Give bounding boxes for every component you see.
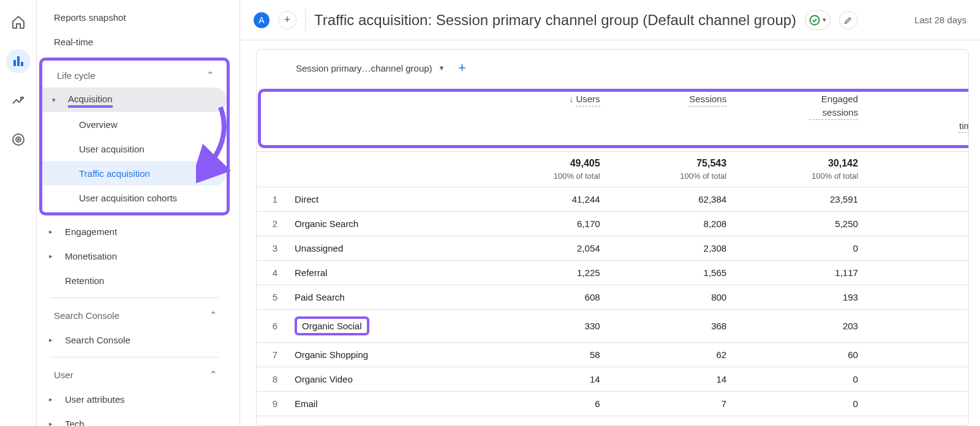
check-icon: [808, 13, 821, 27]
row-dimension: Referral: [286, 261, 482, 285]
sidebar-engagement[interactable]: ▸Engagement: [39, 219, 230, 244]
cell-avg: 6s: [867, 187, 968, 212]
advertising-icon[interactable]: [6, 127, 31, 152]
caret-right-icon: ▸: [49, 252, 53, 260]
user-avatar[interactable]: A: [254, 12, 270, 28]
sidebar-tech[interactable]: ▸Tech: [39, 411, 230, 426]
svg-rect-1: [17, 56, 20, 66]
caret-right-icon: ▸: [49, 420, 53, 427]
cell-sessions: 7: [609, 392, 736, 416]
cell-sessions: 62,384: [609, 187, 736, 212]
sidebar-retention[interactable]: Retention: [39, 268, 230, 293]
totals-row: 49,405100% of total 75,543100% of total …: [257, 152, 968, 187]
cell-sessions: 1,565: [609, 261, 736, 285]
section-life-cycle[interactable]: Life cycle ⌃: [42, 63, 227, 88]
table-row[interactable]: 5Paid Search6088001931s0.323.43: [257, 285, 968, 310]
add-comparison-button[interactable]: +: [278, 11, 296, 29]
label: Acquisition: [68, 92, 113, 108]
nav-rail: [0, 0, 37, 426]
sidebar-monetisation[interactable]: ▸Monetisation: [39, 244, 230, 268]
svg-rect-2: [21, 62, 23, 66]
home-icon[interactable]: [6, 10, 31, 34]
cell-avg: 5s: [867, 310, 968, 343]
svg-point-5: [18, 139, 19, 140]
cell-avg: 7s: [867, 261, 968, 285]
cell-users: 6,170: [482, 212, 609, 236]
cell-avg: 0s: [867, 392, 968, 416]
sidebar-user-acquisition[interactable]: User acquisition: [42, 136, 227, 161]
cell-engaged: 60: [735, 343, 867, 367]
row-index: 2: [257, 212, 286, 236]
sidebar-user-acq-cohorts[interactable]: User acquisition cohorts: [42, 185, 227, 210]
row-index: 6: [257, 310, 286, 343]
row-index: 3: [257, 236, 286, 261]
cell-users: 58: [482, 343, 609, 367]
sidebar-user-attributes[interactable]: ▸User attributes: [39, 387, 230, 411]
col-sessions[interactable]: Sessions: [609, 86, 736, 152]
table-row[interactable]: 8Organic Video141401s0.004.50: [257, 367, 968, 392]
caret-down-icon: ▾: [823, 16, 826, 24]
chevron-up-icon: ⌃: [209, 310, 217, 321]
sidebar-acquisition[interactable]: ▾ Acquisition: [42, 88, 227, 112]
cell-users: 2,054: [482, 236, 609, 261]
sidebar-realtime[interactable]: Real-time: [39, 29, 230, 54]
col-avg-engagement[interactable]: Average engagement time per session: [867, 86, 968, 152]
caret-right-icon: ▸: [49, 336, 53, 344]
reports-icon[interactable]: [6, 49, 31, 73]
table-row[interactable]: 2Organic Search6,1708,2085,25011s0.855.6…: [257, 212, 968, 236]
label: Life cycle: [57, 70, 96, 81]
table-row[interactable]: 1Direct41,24462,38423,5916s0.574.67: [257, 187, 968, 212]
section-search-console[interactable]: Search Console ⌃: [39, 303, 230, 327]
caret-right-icon: ▸: [49, 395, 53, 403]
main: A + Traffic acquisition: Session primary…: [240, 0, 980, 426]
report-card: Session primary…channel group) ▼ + ↓User…: [256, 49, 969, 426]
svg-rect-0: [13, 60, 16, 66]
label: Engagement: [65, 226, 117, 237]
cell-sessions: 2,308: [609, 236, 736, 261]
row-dimension: Email: [286, 392, 482, 416]
table-row[interactable]: 9Email6700s0.004.00: [257, 392, 968, 416]
page-title: Traffic acquisition: Session primary cha…: [314, 12, 796, 29]
caret-down-icon: ▼: [439, 64, 445, 72]
col-engaged-sessions[interactable]: Engaged sessions: [735, 86, 867, 152]
cell-users: 1,225: [482, 261, 609, 285]
table-row[interactable]: 6Organic Social3303682035s0.625.62: [257, 310, 968, 343]
customize-report-button[interactable]: [839, 11, 858, 29]
label: Overview: [79, 119, 118, 130]
label: Retention: [65, 275, 104, 286]
cell-engaged: 0: [735, 392, 867, 416]
row-index: 1: [257, 187, 286, 212]
sidebar-traffic-acquisition[interactable]: Traffic acquisition: [42, 161, 227, 185]
cell-engaged: 193: [735, 285, 867, 310]
cell-engaged: 203: [735, 310, 867, 343]
cell-engaged: 0: [735, 236, 867, 261]
date-range[interactable]: Last 28 days: [914, 15, 967, 25]
sidebar-reports-snapshot[interactable]: Reports snapshot: [39, 5, 230, 29]
label: Search Console: [54, 310, 119, 321]
sidebar-search-console[interactable]: ▸Search Console: [39, 327, 230, 352]
sidebar: Reports snapshot Real-time Life cycle ⌃ …: [37, 0, 240, 426]
topbar: A + Traffic acquisition: Session primary…: [240, 0, 980, 40]
sort-desc-icon: ↓: [569, 94, 574, 104]
col-users[interactable]: ↓Users: [482, 86, 609, 152]
cell-sessions: 368: [609, 310, 736, 343]
cell-engaged: 5,250: [735, 212, 867, 236]
cell-users: 330: [482, 310, 609, 343]
table-row[interactable]: 4Referral1,2251,5651,1177s0.915.30: [257, 261, 968, 285]
label: User acquisition: [79, 144, 145, 154]
table-scroll[interactable]: ↓Users Sessions Engaged sessions Average…: [257, 86, 968, 425]
table-row[interactable]: 3Unassigned2,0542,308010s0.0023.75: [257, 236, 968, 261]
cell-engaged: 1,117: [735, 261, 867, 285]
divider: [50, 357, 219, 357]
row-index: 5: [257, 285, 286, 310]
sidebar-overview[interactable]: Overview: [42, 112, 227, 136]
divider: [305, 9, 306, 32]
table-row[interactable]: 7Organic Shopping58626023s1.036.47: [257, 343, 968, 367]
section-user[interactable]: User ⌃: [39, 362, 230, 387]
label: User acquisition cohorts: [79, 193, 177, 203]
dimension-dropdown[interactable]: Session primary…channel group) ▼: [296, 63, 445, 73]
caret-down-icon: ▾: [52, 96, 56, 104]
add-dimension-button[interactable]: +: [454, 59, 471, 77]
verified-chip[interactable]: ▾: [805, 10, 831, 30]
explore-icon[interactable]: [6, 88, 31, 113]
